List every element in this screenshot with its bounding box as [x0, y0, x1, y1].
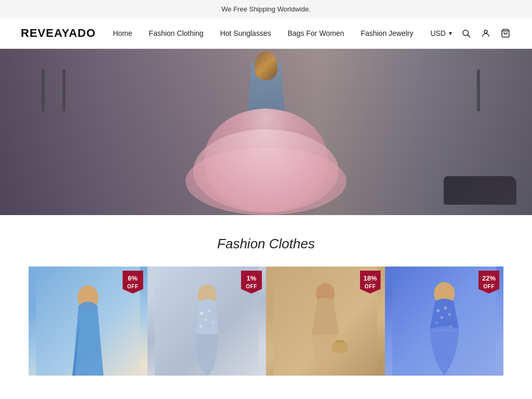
- nav-fashion-jewelry[interactable]: Fashion Jewelry: [361, 29, 413, 37]
- svg-point-8: [200, 312, 203, 315]
- svg-rect-16: [336, 340, 344, 342]
- discount-off-3: OFF: [365, 283, 376, 290]
- svg-point-11: [199, 325, 202, 328]
- svg-point-21: [440, 316, 443, 319]
- product-card-4[interactable]: 22% OFF: [385, 267, 504, 376]
- nav-fashion-clothing[interactable]: Fashion Clothing: [149, 29, 204, 37]
- svg-point-23: [435, 322, 437, 324]
- discount-badge-3: 18% OFF: [360, 271, 381, 294]
- fashion-clothes-section: Fashion Clothes: [0, 215, 532, 376]
- nav-bags-for-women[interactable]: Bags For Women: [288, 29, 344, 37]
- account-icon[interactable]: [480, 28, 491, 39]
- header-right: USD: [430, 28, 511, 39]
- discount-badge-1: 6% OFF: [123, 271, 143, 294]
- currency-selector[interactable]: USD: [430, 29, 452, 37]
- discount-percent-4: 22%: [482, 274, 496, 283]
- top-banner: We Free Shipping Worldwide.: [0, 0, 532, 18]
- main-nav: Home Fashion Clothing Hot Sunglasses Bag…: [113, 29, 413, 37]
- car-silhouette: [444, 176, 516, 205]
- svg-point-12: [212, 322, 214, 324]
- product-card-1[interactable]: 6% OFF: [29, 267, 148, 376]
- figure-skirt-layer2: [185, 148, 347, 215]
- product-grid: 6% OFF: [0, 267, 532, 376]
- section-title-area: Fashion Clothes: [0, 215, 532, 267]
- street-light-right: [477, 70, 480, 111]
- discount-percent-3: 18%: [363, 274, 377, 283]
- discount-off-1: OFF: [127, 283, 139, 290]
- banner-text: We Free Shipping Worldwide.: [221, 5, 311, 13]
- street-light-left: [42, 70, 45, 111]
- discount-percent-1: 6%: [128, 274, 138, 283]
- cart-icon[interactable]: [500, 28, 511, 39]
- svg-point-9: [208, 310, 210, 312]
- section-title: Fashion Clothes: [10, 236, 522, 252]
- svg-point-19: [436, 309, 440, 312]
- discount-badge-4: 22% OFF: [478, 271, 499, 294]
- site-header: REVEAYADO Home Fashion Clothing Hot Sung…: [0, 18, 532, 49]
- nav-home[interactable]: Home: [113, 29, 132, 37]
- discount-percent-2: 1%: [247, 274, 257, 283]
- site-logo[interactable]: REVEAYADO: [21, 26, 96, 40]
- nav-hot-sunglasses[interactable]: Hot Sunglasses: [220, 29, 271, 37]
- product-card-2[interactable]: 1% OFF: [148, 267, 267, 376]
- search-icon[interactable]: [460, 28, 472, 39]
- figure-head: [255, 51, 277, 80]
- product-card-3[interactable]: 18% OFF: [266, 267, 385, 376]
- hero-section: [0, 49, 532, 215]
- svg-point-10: [205, 318, 207, 321]
- svg-point-22: [448, 313, 450, 316]
- discount-badge-2: 1% OFF: [241, 271, 262, 294]
- hero-dress: [198, 51, 334, 212]
- discount-off-4: OFF: [483, 283, 495, 290]
- hero-figure: [167, 49, 365, 215]
- svg-point-2: [484, 30, 487, 33]
- svg-point-20: [444, 307, 447, 310]
- street-light-left2: [62, 70, 65, 111]
- svg-line-1: [468, 35, 470, 37]
- discount-off-2: OFF: [246, 283, 257, 290]
